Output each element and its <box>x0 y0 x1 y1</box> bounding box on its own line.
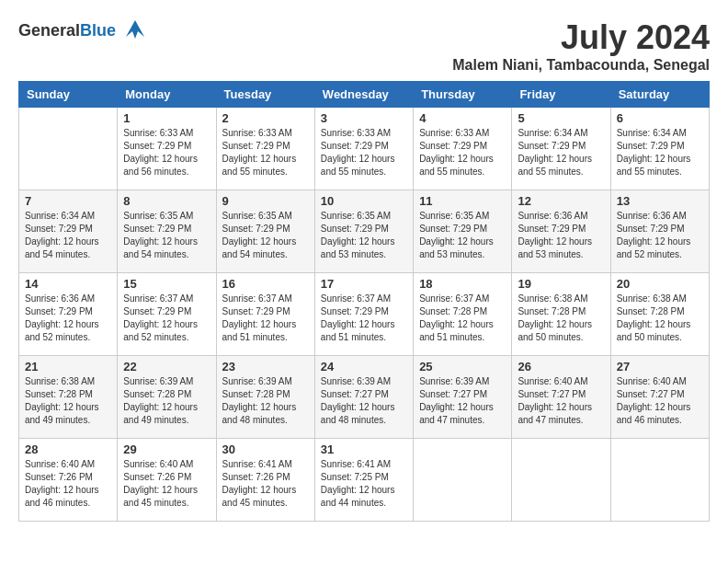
calendar-cell: 31Sunrise: 6:41 AM Sunset: 7:25 PM Dayli… <box>314 439 413 522</box>
calendar-week-row: 1Sunrise: 6:33 AM Sunset: 7:29 PM Daylig… <box>19 108 710 190</box>
day-number: 15 <box>123 277 210 291</box>
calendar-cell: 6Sunrise: 6:34 AM Sunset: 7:29 PM Daylig… <box>610 108 709 190</box>
day-info: Sunrise: 6:37 AM Sunset: 7:29 PM Dayligh… <box>123 293 210 344</box>
day-number: 4 <box>419 111 506 125</box>
calendar-cell <box>512 439 610 522</box>
calendar-cell: 29Sunrise: 6:40 AM Sunset: 7:26 PM Dayli… <box>118 439 216 522</box>
calendar-cell: 9Sunrise: 6:35 AM Sunset: 7:29 PM Daylig… <box>216 190 314 273</box>
day-number: 28 <box>25 442 111 456</box>
day-info: Sunrise: 6:34 AM Sunset: 7:29 PM Dayligh… <box>617 127 703 178</box>
day-number: 30 <box>222 442 309 456</box>
day-of-week-header: Saturday <box>610 82 709 108</box>
logo-blue-text: Blue <box>80 21 116 40</box>
calendar-week-row: 21Sunrise: 6:38 AM Sunset: 7:28 PM Dayli… <box>19 356 710 439</box>
calendar-cell: 5Sunrise: 6:34 AM Sunset: 7:29 PM Daylig… <box>512 108 610 190</box>
day-number: 27 <box>617 360 703 373</box>
day-number: 10 <box>321 194 407 208</box>
day-info: Sunrise: 6:34 AM Sunset: 7:29 PM Dayligh… <box>25 210 111 261</box>
day-info: Sunrise: 6:39 AM Sunset: 7:27 PM Dayligh… <box>321 375 407 427</box>
day-number: 6 <box>617 111 703 125</box>
day-number: 7 <box>25 194 111 208</box>
calendar-cell <box>414 439 512 522</box>
day-info: Sunrise: 6:38 AM Sunset: 7:28 PM Dayligh… <box>518 293 604 344</box>
day-number: 24 <box>321 360 407 373</box>
day-info: Sunrise: 6:38 AM Sunset: 7:28 PM Dayligh… <box>25 375 111 427</box>
day-number: 25 <box>419 360 506 373</box>
day-info: Sunrise: 6:40 AM Sunset: 7:27 PM Dayligh… <box>518 375 604 427</box>
calendar-cell: 8Sunrise: 6:35 AM Sunset: 7:29 PM Daylig… <box>118 190 216 273</box>
calendar-cell: 4Sunrise: 6:33 AM Sunset: 7:29 PM Daylig… <box>414 108 512 190</box>
calendar-cell: 20Sunrise: 6:38 AM Sunset: 7:28 PM Dayli… <box>610 273 709 356</box>
day-info: Sunrise: 6:33 AM Sunset: 7:29 PM Dayligh… <box>222 127 309 178</box>
day-number: 20 <box>617 277 703 291</box>
logo-bird-icon <box>121 18 149 42</box>
day-of-week-header: Friday <box>512 82 610 108</box>
day-number: 5 <box>518 111 604 125</box>
day-info: Sunrise: 6:35 AM Sunset: 7:29 PM Dayligh… <box>321 210 407 261</box>
day-info: Sunrise: 6:33 AM Sunset: 7:29 PM Dayligh… <box>123 127 210 178</box>
day-of-week-header: Sunday <box>19 82 118 108</box>
day-of-week-header: Monday <box>118 82 216 108</box>
logo-general-text: General <box>18 21 80 40</box>
day-number: 21 <box>25 360 111 373</box>
day-number: 23 <box>222 360 309 373</box>
calendar-cell: 12Sunrise: 6:36 AM Sunset: 7:29 PM Dayli… <box>512 190 610 273</box>
day-info: Sunrise: 6:40 AM Sunset: 7:26 PM Dayligh… <box>123 458 210 510</box>
day-number: 12 <box>518 194 604 208</box>
calendar-cell: 3Sunrise: 6:33 AM Sunset: 7:29 PM Daylig… <box>314 108 413 190</box>
day-info: Sunrise: 6:33 AM Sunset: 7:29 PM Dayligh… <box>321 127 407 178</box>
calendar-cell: 7Sunrise: 6:34 AM Sunset: 7:29 PM Daylig… <box>19 190 118 273</box>
calendar-cell: 1Sunrise: 6:33 AM Sunset: 7:29 PM Daylig… <box>118 108 216 190</box>
calendar-header-row: SundayMondayTuesdayWednesdayThursdayFrid… <box>19 82 710 108</box>
day-number: 9 <box>222 194 309 208</box>
day-number: 14 <box>25 277 111 291</box>
calendar-cell: 18Sunrise: 6:37 AM Sunset: 7:28 PM Dayli… <box>414 273 512 356</box>
calendar-cell: 26Sunrise: 6:40 AM Sunset: 7:27 PM Dayli… <box>512 356 610 439</box>
day-number: 22 <box>123 360 210 373</box>
day-of-week-header: Thursday <box>414 82 512 108</box>
calendar-cell: 22Sunrise: 6:39 AM Sunset: 7:28 PM Dayli… <box>118 356 216 439</box>
calendar-week-row: 14Sunrise: 6:36 AM Sunset: 7:29 PM Dayli… <box>19 273 710 356</box>
location-subtitle: Malem Niani, Tambacounda, Senegal <box>452 57 710 74</box>
day-info: Sunrise: 6:35 AM Sunset: 7:29 PM Dayligh… <box>419 210 506 261</box>
calendar-cell: 27Sunrise: 6:40 AM Sunset: 7:27 PM Dayli… <box>610 356 709 439</box>
logo: GeneralBlue <box>18 18 149 42</box>
day-info: Sunrise: 6:34 AM Sunset: 7:29 PM Dayligh… <box>518 127 604 178</box>
day-number: 2 <box>222 111 309 125</box>
day-info: Sunrise: 6:39 AM Sunset: 7:28 PM Dayligh… <box>123 375 210 427</box>
calendar-cell: 23Sunrise: 6:39 AM Sunset: 7:28 PM Dayli… <box>216 356 314 439</box>
day-number: 19 <box>518 277 604 291</box>
day-number: 1 <box>123 111 210 125</box>
calendar-cell: 15Sunrise: 6:37 AM Sunset: 7:29 PM Dayli… <box>118 273 216 356</box>
day-number: 26 <box>518 360 604 373</box>
page-header: GeneralBlue July 2024 Malem Niani, Tamba… <box>18 18 710 74</box>
month-year-title: July 2024 <box>452 18 710 57</box>
day-info: Sunrise: 6:36 AM Sunset: 7:29 PM Dayligh… <box>25 293 111 344</box>
day-of-week-header: Wednesday <box>314 82 413 108</box>
day-info: Sunrise: 6:33 AM Sunset: 7:29 PM Dayligh… <box>419 127 506 178</box>
day-number: 11 <box>419 194 506 208</box>
calendar-cell: 28Sunrise: 6:40 AM Sunset: 7:26 PM Dayli… <box>19 439 118 522</box>
day-info: Sunrise: 6:36 AM Sunset: 7:29 PM Dayligh… <box>518 210 604 261</box>
day-info: Sunrise: 6:40 AM Sunset: 7:26 PM Dayligh… <box>25 458 111 510</box>
svg-marker-0 <box>126 20 144 39</box>
calendar-cell: 24Sunrise: 6:39 AM Sunset: 7:27 PM Dayli… <box>314 356 413 439</box>
calendar-week-row: 7Sunrise: 6:34 AM Sunset: 7:29 PM Daylig… <box>19 190 710 273</box>
day-number: 17 <box>321 277 407 291</box>
calendar-cell: 30Sunrise: 6:41 AM Sunset: 7:26 PM Dayli… <box>216 439 314 522</box>
day-number: 3 <box>321 111 407 125</box>
day-number: 8 <box>123 194 210 208</box>
calendar-cell <box>19 108 118 190</box>
day-number: 31 <box>321 442 407 456</box>
day-info: Sunrise: 6:39 AM Sunset: 7:28 PM Dayligh… <box>222 375 309 427</box>
calendar-cell: 16Sunrise: 6:37 AM Sunset: 7:29 PM Dayli… <box>216 273 314 356</box>
calendar-cell: 14Sunrise: 6:36 AM Sunset: 7:29 PM Dayli… <box>19 273 118 356</box>
day-info: Sunrise: 6:37 AM Sunset: 7:29 PM Dayligh… <box>321 293 407 344</box>
day-number: 29 <box>123 442 210 456</box>
calendar-cell: 21Sunrise: 6:38 AM Sunset: 7:28 PM Dayli… <box>19 356 118 439</box>
day-of-week-header: Tuesday <box>216 82 314 108</box>
calendar-cell: 13Sunrise: 6:36 AM Sunset: 7:29 PM Dayli… <box>610 190 709 273</box>
calendar-cell: 17Sunrise: 6:37 AM Sunset: 7:29 PM Dayli… <box>314 273 413 356</box>
day-info: Sunrise: 6:40 AM Sunset: 7:27 PM Dayligh… <box>617 375 703 427</box>
day-info: Sunrise: 6:39 AM Sunset: 7:27 PM Dayligh… <box>419 375 506 427</box>
